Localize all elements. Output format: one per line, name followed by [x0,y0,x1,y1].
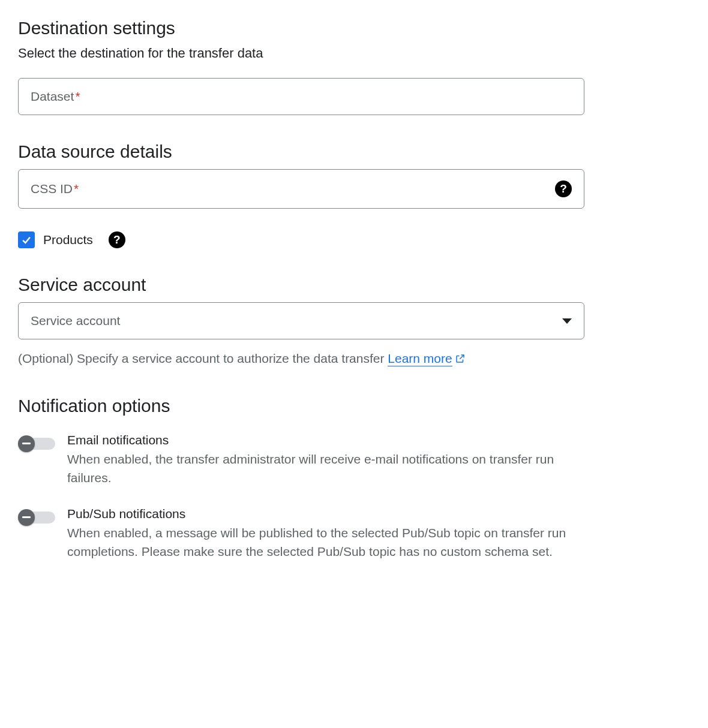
email-notifications-toggle[interactable] [18,435,55,450]
service-account-section: Service account Service account (Optiona… [18,275,690,369]
notification-options-title: Notification options [18,396,690,416]
notification-options-section: Notification options Email notifications… [18,396,690,561]
pubsub-notifications-toggle[interactable] [18,509,55,524]
products-checkbox[interactable] [18,231,35,248]
data-source-details-title: Data source details [18,142,690,162]
css-id-field-label: CSS ID* [31,182,79,196]
pubsub-notifications-row: Pub/Sub notifications When enabled, a me… [18,507,690,561]
service-account-title: Service account [18,275,690,295]
destination-settings-subtitle: Select the destination for the transfer … [18,46,690,61]
dataset-field-label: Dataset* [31,89,80,104]
required-asterisk: * [74,182,79,195]
destination-settings-title: Destination settings [18,18,690,38]
service-account-helper-text: (Optional) Specify a service account to … [18,349,690,369]
email-notifications-row: Email notifications When enabled, the tr… [18,433,690,488]
data-source-details-section: Data source details CSS ID* ? Products ? [18,142,690,248]
required-asterisk: * [75,89,80,103]
destination-settings-section: Destination settings Select the destinat… [18,18,690,115]
service-account-select-label: Service account [31,314,120,328]
help-icon[interactable]: ? [555,181,572,197]
email-notifications-description: When enabled, the transfer administrator… [67,450,589,488]
chevron-down-icon [562,318,572,324]
checkmark-icon [20,234,32,246]
toggle-off-icon [18,509,35,526]
pubsub-notifications-description: When enabled, a message will be publishe… [67,524,589,561]
pubsub-notifications-label: Pub/Sub notifications [67,507,690,521]
products-checkbox-label: Products [43,233,93,247]
learn-more-link[interactable]: Learn more [388,351,452,366]
dataset-field[interactable]: Dataset* [18,78,584,115]
help-icon[interactable]: ? [109,231,125,248]
service-account-select[interactable]: Service account [18,302,584,339]
external-link-icon [455,350,466,369]
toggle-off-icon [18,435,35,452]
email-notifications-label: Email notifications [67,433,690,447]
css-id-field[interactable]: CSS ID* ? [18,169,584,209]
products-checkbox-row: Products ? [18,231,690,248]
